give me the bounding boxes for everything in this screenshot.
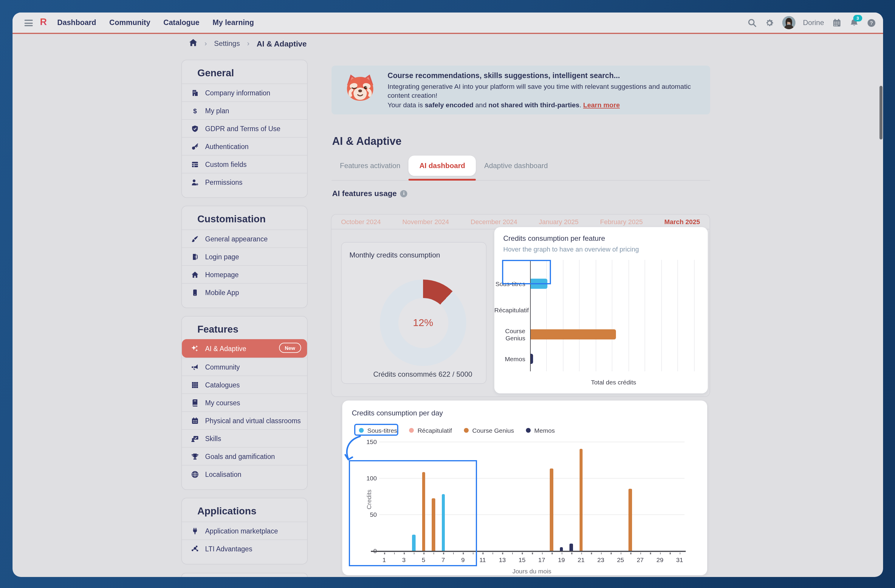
month-tab-december[interactable]: December 2024: [470, 218, 517, 225]
sidebar-item-classrooms[interactable]: Physical and virtual classrooms: [182, 411, 307, 429]
day-tick: [552, 552, 552, 554]
bar-day-20-memos[interactable]: [570, 544, 573, 551]
y-tick-label: 150: [353, 438, 377, 445]
month-tab-february[interactable]: February 2025: [600, 218, 643, 225]
day-tick: [532, 552, 533, 554]
breadcrumb-separator: ›: [205, 39, 207, 48]
sidebar-item-label: LTI Advantages: [205, 545, 252, 552]
sidebar-item-label: Goals and gamification: [205, 453, 275, 460]
shield-check-icon: [191, 124, 199, 132]
sidebar-item-skills[interactable]: Skills: [182, 429, 307, 447]
month-tab-january[interactable]: January 2025: [539, 218, 578, 225]
user-gear-icon: [191, 178, 199, 186]
sidebar-item-application-marketplace[interactable]: Application marketplace: [182, 521, 307, 540]
sidebar-item-my-plan[interactable]: $ My plan: [182, 102, 307, 119]
info-icon[interactable]: i: [400, 190, 408, 197]
calendar-icon[interactable]: [832, 18, 841, 27]
sidebar-item-my-courses[interactable]: My courses: [182, 393, 307, 411]
tab-ai-dashboard[interactable]: AI dashboard: [409, 156, 476, 176]
table-icon: [191, 160, 199, 168]
nav-item-my-learning[interactable]: My learning: [212, 18, 254, 27]
hover-highlight-box: [502, 260, 551, 284]
sidebar-item-custom-fields[interactable]: Custom fields: [182, 155, 307, 173]
day-tick: [581, 552, 582, 554]
sidebar-item-catalogues[interactable]: Catalogues: [182, 376, 307, 393]
sidebar-item-general-appearance[interactable]: General appearance: [182, 229, 307, 247]
breadcrumb-home-icon[interactable]: [189, 38, 197, 49]
month-tab-november[interactable]: November 2024: [402, 218, 449, 225]
section-heading: AI features usage i: [332, 189, 408, 198]
scrollbar-thumb[interactable]: [880, 86, 883, 139]
tabs-divider: [332, 180, 710, 180]
sidebar-item-label: Authentication: [205, 143, 249, 150]
day-tick: [650, 552, 651, 554]
bar-day-26-course-genius[interactable]: [629, 489, 632, 551]
gridline: [563, 260, 563, 371]
bar-day-18-course-genius[interactable]: [550, 468, 553, 551]
gear-icon[interactable]: [765, 18, 774, 27]
nav-item-dashboard[interactable]: Dashboard: [57, 18, 96, 27]
active-tab-underline: [408, 179, 476, 180]
sidebar-item-label: Skills: [205, 435, 221, 442]
sidebar-item-login-page[interactable]: Login page: [182, 247, 307, 265]
hamburger-menu-icon[interactable]: [24, 20, 33, 26]
nav-item-catalogue[interactable]: Catalogue: [163, 18, 199, 27]
credits-per-day-card: Credits consumption per day Sous-titres …: [342, 400, 707, 575]
bar-day-21-course-genius[interactable]: [579, 449, 583, 551]
learn-more-link[interactable]: Learn more: [583, 102, 620, 109]
sidebar-item-ai-adaptive[interactable]: AI & Adaptive New: [182, 339, 307, 358]
sidebar-item-company-information[interactable]: Company information: [182, 83, 307, 102]
sidebar-item-mobile-app[interactable]: Mobile App: [182, 283, 307, 301]
bar-course-genius[interactable]: [531, 329, 616, 339]
user-avatar[interactable]: [782, 16, 795, 29]
month-tab-march[interactable]: March 2025: [664, 218, 700, 225]
sidebar-item-gdpr[interactable]: GDPR and Terms of Use: [182, 119, 307, 137]
main-menu: Dashboard Community Catalogue My learnin…: [57, 12, 254, 33]
bar-day-19-memos[interactable]: [560, 547, 563, 551]
grid-icon: [191, 381, 199, 389]
sidebar-section-customisation: Customisation General appearance Login p…: [181, 206, 308, 308]
sidebar-item-homepage[interactable]: Homepage: [182, 265, 307, 283]
credits-per-feature-card: Credits consumption per feature Hover th…: [494, 227, 708, 393]
dashboard-tabs: Features activation AI dashboard Adaptiv…: [332, 156, 556, 176]
category-label: Memos: [494, 355, 525, 362]
sidebar-item-label: Community: [205, 363, 240, 370]
sidebar-item-permissions[interactable]: Permissions: [182, 173, 307, 191]
donut-chart-title: Monthly credits consumption: [349, 251, 440, 259]
day-tick: [502, 552, 503, 554]
svg-text:?: ?: [870, 20, 873, 26]
category-label: Course Genius: [494, 327, 525, 341]
breadcrumb-settings[interactable]: Settings: [214, 39, 240, 48]
nav-item-community[interactable]: Community: [109, 18, 150, 27]
tab-features-activation[interactable]: Features activation: [332, 162, 409, 170]
day-tick: [591, 552, 592, 554]
feature-bar-chart: Sous-titresRécapitulatifCourse GeniusMem…: [494, 227, 708, 393]
day-range-selection-box[interactable]: [349, 460, 477, 566]
sparkles-icon: [191, 344, 199, 352]
help-icon[interactable]: ?: [866, 18, 876, 27]
donut-chart[interactable]: 12%: [380, 280, 466, 366]
day-tick: [542, 552, 543, 554]
bar-memos[interactable]: [531, 353, 533, 364]
page-title: AI & Adaptive: [332, 135, 402, 148]
month-tab-october[interactable]: October 2024: [341, 218, 381, 225]
x-tick-label: 19: [555, 556, 567, 563]
search-icon[interactable]: [748, 18, 757, 27]
sidebar-item-localisation[interactable]: Localisation: [182, 465, 307, 483]
notifications-bell-icon[interactable]: 3: [849, 18, 859, 27]
sidebar-item-label: General appearance: [205, 235, 268, 242]
user-name[interactable]: Dorine: [803, 18, 824, 27]
sidebar-item-goals-gamification[interactable]: Goals and gamification: [182, 447, 307, 465]
sidebar-item-lti-advantages[interactable]: LTI Advantages: [182, 540, 307, 557]
section-title: Features: [197, 324, 307, 335]
tab-adaptive-dashboard[interactable]: Adaptive dashboard: [476, 162, 556, 170]
sidebar-item-label: Company information: [205, 89, 270, 96]
gridline: [645, 260, 645, 371]
sidebar-item-label: My plan: [205, 107, 229, 114]
sidebar-item-label: Physical and virtual classrooms: [205, 417, 301, 424]
sidebar-item-label: My courses: [205, 399, 240, 406]
riseup-logo[interactable]: R: [40, 17, 47, 27]
sidebar-item-community[interactable]: Community: [182, 358, 307, 376]
sidebar-item-label: AI & Adaptive: [205, 345, 246, 352]
sidebar-item-authentication[interactable]: Authentication: [182, 137, 307, 155]
